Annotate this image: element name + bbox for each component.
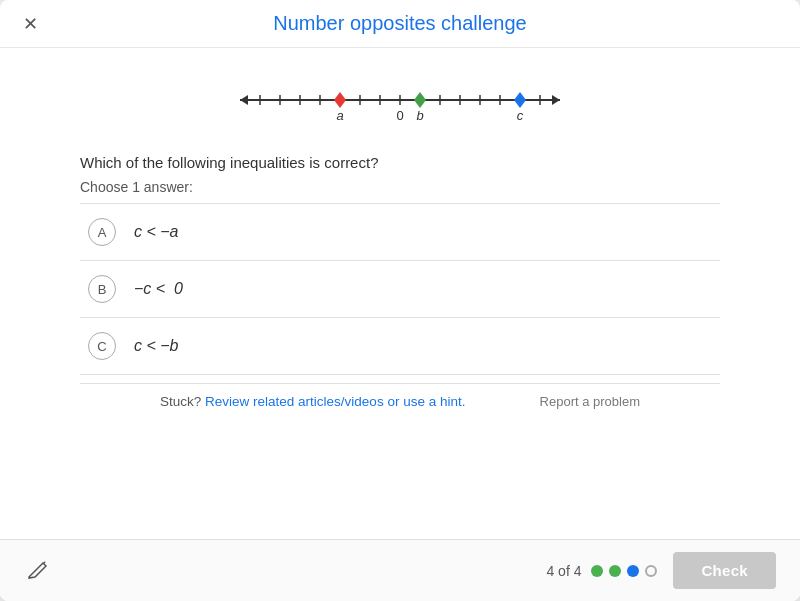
footer-hint: Stuck? Review related articles/videos or… xyxy=(80,383,720,419)
option-a-circle: A xyxy=(88,218,116,246)
option-a[interactable]: A c < −a xyxy=(80,203,720,261)
svg-marker-15 xyxy=(414,92,426,108)
option-c-text: c < −b xyxy=(134,337,178,355)
option-b-circle: B xyxy=(88,275,116,303)
content-area: a 0 b c xyxy=(0,48,800,539)
question-text: Which of the following inequalities is c… xyxy=(80,154,720,171)
number-line: a 0 b c xyxy=(230,82,570,122)
hint-link[interactable]: Review related articles/videos or use a … xyxy=(205,394,465,409)
answer-options: A c < −a B −c < 0 C c < −b xyxy=(80,203,720,375)
close-button[interactable]: ✕ xyxy=(18,12,42,36)
svg-marker-2 xyxy=(552,95,560,105)
option-c[interactable]: C c < −b xyxy=(80,318,720,375)
svg-text:a: a xyxy=(336,108,343,123)
main-window: ✕ Number opposites challenge xyxy=(0,0,800,601)
progress-label: 4 of 4 xyxy=(546,563,581,579)
progress-dots xyxy=(591,565,657,577)
progress-dot-3 xyxy=(627,565,639,577)
stuck-text: Stuck? Review related articles/videos or… xyxy=(160,394,465,409)
svg-text:0: 0 xyxy=(396,108,403,123)
choose-label: Choose 1 answer: xyxy=(80,179,720,195)
progress-dot-1 xyxy=(591,565,603,577)
option-b[interactable]: B −c < 0 xyxy=(80,261,720,318)
progress-dot-2 xyxy=(609,565,621,577)
progress-dot-4 xyxy=(645,565,657,577)
report-problem-link[interactable]: Report a problem xyxy=(540,394,640,409)
pencil-icon[interactable] xyxy=(24,555,52,587)
svg-text:b: b xyxy=(416,108,423,123)
option-a-text: c < −a xyxy=(134,223,178,241)
number-line-container: a 0 b c xyxy=(80,72,720,126)
check-button[interactable]: Check xyxy=(673,552,776,589)
page-title: Number opposites challenge xyxy=(273,12,527,35)
svg-marker-8 xyxy=(334,92,346,108)
header: ✕ Number opposites challenge xyxy=(0,0,800,48)
bottom-bar: 4 of 4 Check xyxy=(0,539,800,601)
option-c-circle: C xyxy=(88,332,116,360)
svg-marker-1 xyxy=(240,95,248,105)
svg-text:c: c xyxy=(517,108,524,123)
option-b-text: −c < 0 xyxy=(134,280,183,298)
svg-marker-22 xyxy=(514,92,526,108)
